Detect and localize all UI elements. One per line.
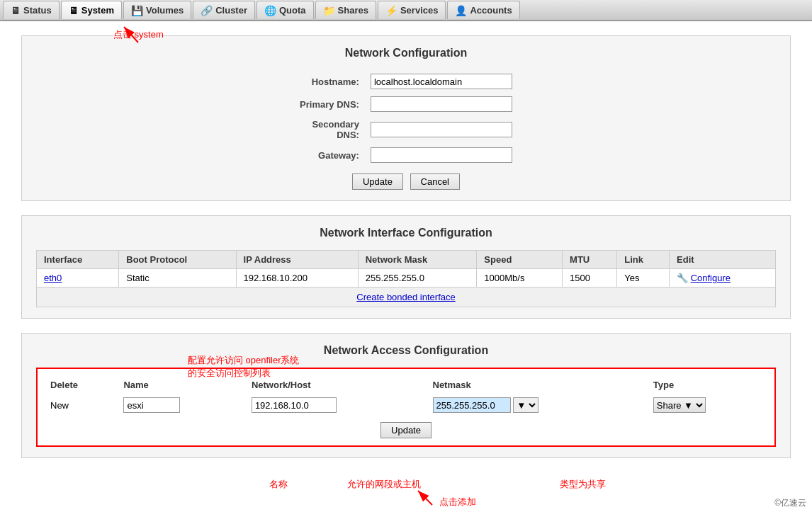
tab-status[interactable]: 🖥 Status bbox=[3, 1, 60, 19]
hostname-row: Hostname: bbox=[294, 70, 518, 93]
col-network-host: Network/Host bbox=[246, 376, 427, 394]
gateway-input[interactable] bbox=[371, 147, 512, 163]
network-config-section: Network Configuration Hostname: Primary … bbox=[21, 35, 791, 201]
watermark: ©亿速云 bbox=[769, 494, 812, 512]
cell-new: New bbox=[45, 394, 118, 416]
access-table: Delete Name Network/Host Netmask Type Ne… bbox=[45, 376, 767, 416]
network-config-form: Hostname: Primary DNS: SecondaryDNS: Gat… bbox=[294, 70, 518, 166]
name-input[interactable] bbox=[123, 397, 180, 413]
tab-shares[interactable]: 📁 Shares bbox=[315, 1, 376, 19]
access-update-row: Update bbox=[45, 422, 767, 438]
tab-quota-label: Quota bbox=[279, 5, 306, 16]
cell-speed: 1000Mb/s bbox=[477, 269, 563, 288]
hostname-label: Hostname: bbox=[294, 70, 365, 93]
network-interface-title: Network Interface Configuration bbox=[36, 227, 776, 239]
cancel-network-button[interactable]: Cancel bbox=[410, 173, 460, 190]
cell-interface: eth0 bbox=[37, 269, 119, 288]
network-config-buttons: Update Cancel bbox=[36, 173, 776, 190]
shares-icon: 📁 bbox=[323, 5, 335, 16]
access-table-head: Delete Name Network/Host Netmask Type bbox=[45, 376, 767, 394]
create-bonded-link[interactable]: Create bonded interface bbox=[356, 292, 455, 302]
eth0-link[interactable]: eth0 bbox=[44, 273, 62, 283]
cell-type: Share ▼ Public bbox=[648, 394, 767, 416]
col-mtu: MTU bbox=[563, 251, 617, 269]
col-name: Name bbox=[118, 376, 245, 394]
hostname-input[interactable] bbox=[371, 74, 512, 89]
col-interface: Interface bbox=[37, 251, 119, 269]
services-icon: ⚡ bbox=[385, 5, 397, 16]
col-delete: Delete bbox=[45, 376, 118, 394]
cell-boot-protocol: Static bbox=[119, 269, 236, 288]
network-access-section: Network Access Configuration Delete Name… bbox=[21, 333, 791, 458]
interface-table-head: Interface Boot Protocol IP Address Netwo… bbox=[37, 251, 776, 269]
access-inner-box: Delete Name Network/Host Netmask Type Ne… bbox=[36, 368, 776, 447]
netmask-dropdown[interactable]: ▼ bbox=[513, 397, 538, 413]
col-netmask: Netmask bbox=[427, 376, 648, 394]
secondary-dns-input[interactable] bbox=[371, 122, 512, 137]
primary-dns-row: Primary DNS: bbox=[294, 93, 518, 115]
tab-volumes[interactable]: 💾 Volumes bbox=[123, 1, 191, 19]
cell-netmask: ▼ bbox=[427, 394, 648, 416]
tab-services-label: Services bbox=[400, 5, 439, 16]
tab-shares-label: Shares bbox=[338, 5, 368, 16]
main-content: 点击 system Network Configuration Hostname… bbox=[0, 21, 812, 512]
annotation-type: 类型为共享 bbox=[560, 478, 606, 491]
secondary-dns-label: SecondaryDNS: bbox=[294, 115, 365, 144]
tab-status-label: Status bbox=[23, 5, 52, 16]
annotation-network: 允许的网段或主机 bbox=[347, 478, 421, 491]
svg-line-3 bbox=[418, 491, 432, 505]
update-access-button[interactable]: Update bbox=[380, 422, 432, 438]
create-bonded-row: Create bonded interface bbox=[36, 288, 776, 307]
top-navigation: 🖥 Status 🖥 System 💾 Volumes 🔗 Cluster 🌐 … bbox=[0, 0, 812, 21]
tab-volumes-label: Volumes bbox=[146, 5, 184, 16]
network-config-title: Network Configuration bbox=[36, 47, 776, 59]
annotation-name: 名称 bbox=[269, 478, 288, 491]
interface-header-row: Interface Boot Protocol IP Address Netwo… bbox=[37, 251, 776, 269]
accounts-icon: 👤 bbox=[455, 5, 467, 16]
update-network-button[interactable]: Update bbox=[352, 173, 403, 190]
hostname-cell bbox=[365, 70, 518, 93]
col-edit: Edit bbox=[670, 251, 776, 269]
gateway-row: Gateway: bbox=[294, 144, 518, 166]
cell-network bbox=[246, 394, 427, 416]
cell-edit: 🔧 Configure bbox=[670, 269, 776, 288]
configure-icon: 🔧 bbox=[677, 273, 688, 283]
col-network-mask: Network Mask bbox=[358, 251, 477, 269]
cell-name bbox=[118, 394, 245, 416]
tab-cluster[interactable]: 🔗 Cluster bbox=[193, 1, 255, 19]
secondary-dns-cell bbox=[365, 115, 518, 144]
secondary-dns-row: SecondaryDNS: bbox=[294, 115, 518, 144]
network-access-title: Network Access Configuration bbox=[36, 344, 776, 357]
tab-accounts-label: Accounts bbox=[470, 5, 512, 16]
configure-link[interactable]: Configure bbox=[691, 273, 731, 283]
volumes-icon: 💾 bbox=[131, 5, 143, 16]
system-icon: 🖥 bbox=[69, 5, 79, 16]
access-table-row: New ▼ bbox=[45, 394, 767, 416]
cell-mtu: 1500 bbox=[563, 269, 617, 288]
cluster-icon: 🔗 bbox=[201, 5, 213, 16]
primary-dns-cell bbox=[365, 93, 518, 115]
update-arrow-svg bbox=[390, 477, 496, 512]
network-interface-section: Network Interface Configuration Interfac… bbox=[21, 215, 791, 319]
tab-cluster-label: Cluster bbox=[215, 5, 247, 16]
tab-quota[interactable]: 🌐 Quota bbox=[256, 1, 314, 19]
cell-link: Yes bbox=[617, 269, 670, 288]
primary-dns-input[interactable] bbox=[371, 96, 512, 112]
tab-accounts[interactable]: 👤 Accounts bbox=[447, 1, 519, 19]
network-host-input[interactable] bbox=[252, 397, 337, 413]
interface-table: Interface Boot Protocol IP Address Netwo… bbox=[36, 250, 776, 288]
quota-icon: 🌐 bbox=[264, 5, 276, 16]
cell-network-mask: 255.255.255.0 bbox=[358, 269, 477, 288]
status-icon: 🖥 bbox=[11, 5, 21, 16]
netmask-input[interactable] bbox=[433, 397, 511, 413]
access-table-body: New ▼ bbox=[45, 394, 767, 416]
gateway-cell bbox=[365, 144, 518, 166]
tab-system[interactable]: 🖥 System bbox=[61, 1, 122, 19]
gateway-label: Gateway: bbox=[294, 144, 365, 166]
col-speed: Speed bbox=[477, 251, 563, 269]
interface-table-body: eth0 Static 192.168.10.200 255.255.255.0… bbox=[37, 269, 776, 288]
col-type: Type bbox=[648, 376, 767, 394]
col-boot-protocol: Boot Protocol bbox=[119, 251, 236, 269]
type-select[interactable]: Share ▼ Public bbox=[653, 397, 706, 413]
tab-services[interactable]: ⚡ Services bbox=[378, 1, 446, 19]
